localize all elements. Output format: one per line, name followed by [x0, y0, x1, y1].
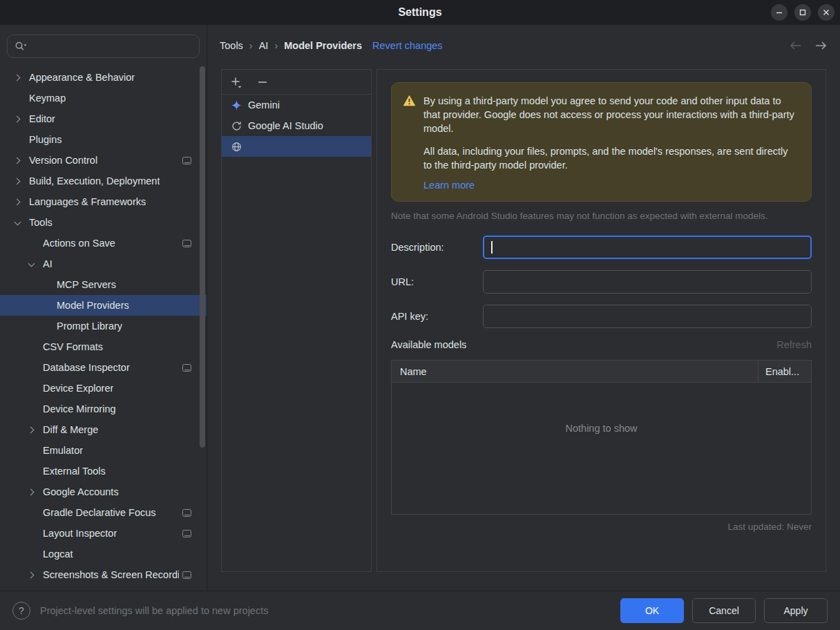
google-ai-studio-icon [231, 121, 242, 131]
settings-search[interactable] [7, 35, 200, 58]
api-key-input[interactable] [483, 305, 812, 328]
description-input[interactable] [483, 236, 812, 259]
api-key-label: API key: [391, 311, 483, 322]
maximize-button[interactable] [794, 4, 811, 21]
provider-list-toolbar [222, 70, 371, 95]
chevron-down-icon[interactable] [28, 261, 35, 268]
breadcrumb-separator: › [249, 40, 253, 51]
chevron-right-icon[interactable] [15, 178, 21, 185]
sidebar-item-layout-inspector[interactable]: Layout Inspector [0, 523, 207, 544]
ide-settings-icon [182, 530, 191, 537]
history-navigation [789, 41, 828, 50]
settings-content: Appearance & Behavior Keymap Editor Plug… [0, 25, 840, 591]
globe-icon [231, 142, 242, 152]
models-table-header: Name Enabl... [392, 361, 811, 383]
url-label: URL: [391, 276, 483, 287]
window-title: Settings [398, 6, 441, 19]
settings-window: Settings Appe [0, 0, 840, 630]
remove-icon [256, 76, 269, 88]
sidebar-item-version-control[interactable]: Version Control [0, 150, 207, 171]
sidebar-item-gradle-declarative-focus[interactable]: Gradle Declarative Focus [0, 502, 207, 523]
sidebar-item-diff-merge[interactable]: Diff & Merge [0, 419, 207, 440]
provider-form: Description: URL: API key: [391, 236, 812, 328]
models-table-empty-state: Nothing to show [392, 383, 811, 514]
provider-item-label: Google AI Studio [248, 120, 323, 131]
sidebar-scrollbar-thumb[interactable] [200, 66, 205, 448]
ok-button[interactable]: OK [620, 598, 684, 623]
footer-hint: Project-level settings will be applied t… [40, 605, 268, 616]
sidebar-item-prompt-library[interactable]: Prompt Library [0, 316, 207, 336]
chevron-down-icon[interactable] [15, 220, 21, 227]
apply-button[interactable]: Apply [764, 598, 828, 623]
description-label: Description: [391, 242, 483, 253]
provider-item-google-ai-studio[interactable]: Google AI Studio [222, 115, 371, 136]
back-button[interactable] [789, 41, 803, 50]
provider-form-panel: By using a third-party model you agree t… [376, 69, 826, 572]
sidebar-item-device-mirroring[interactable]: Device Mirroring [0, 399, 207, 419]
ide-settings-icon [182, 364, 191, 372]
available-models-row: Available models Refresh [391, 339, 812, 350]
ide-settings-icon [182, 571, 191, 579]
sidebar-item-editor[interactable]: Editor [0, 108, 207, 129]
external-models-note: Note that some Android Studio features m… [391, 211, 812, 221]
sidebar-item-google-accounts[interactable]: Google Accounts [0, 481, 207, 502]
titlebar: Settings [0, 0, 840, 25]
models-table: Name Enabl... Nothing to show [391, 360, 812, 515]
sidebar-item-external-tools[interactable]: External Tools [0, 461, 207, 481]
forward-arrow-icon [814, 41, 828, 50]
url-input[interactable] [483, 270, 812, 294]
sidebar-item-plugins[interactable]: Plugins [0, 129, 207, 150]
breadcrumb-tools[interactable]: Tools [220, 40, 243, 51]
chevron-right-icon[interactable] [28, 572, 35, 579]
minimize-button[interactable] [771, 4, 788, 21]
gemini-icon [231, 100, 242, 111]
close-button[interactable] [818, 4, 834, 21]
add-provider-button[interactable] [227, 73, 245, 91]
sidebar-item-device-explorer[interactable]: Device Explorer [0, 378, 207, 399]
breadcrumb-ai[interactable]: AI [259, 40, 269, 51]
chevron-right-icon[interactable] [15, 158, 21, 164]
sidebar-item-model-providers[interactable]: Model Providers [0, 295, 207, 316]
sidebar-item-actions-on-save[interactable]: Actions on Save [0, 233, 207, 254]
sidebar-item-build-execution-deployment[interactable]: Build, Execution, Deployment [0, 171, 207, 191]
cancel-button[interactable]: Cancel [692, 598, 756, 623]
chevron-right-icon[interactable] [28, 489, 35, 496]
minimize-icon [776, 9, 783, 16]
ide-settings-icon [182, 509, 191, 517]
help-icon[interactable] [12, 602, 30, 620]
revert-changes-link[interactable]: Revert changes [372, 40, 443, 51]
refresh-button[interactable]: Refresh [776, 339, 812, 350]
back-arrow-icon [789, 41, 803, 50]
text-cursor [491, 241, 493, 254]
settings-search-input[interactable] [32, 41, 192, 52]
sidebar-item-languages-frameworks[interactable]: Languages & Frameworks [0, 191, 207, 212]
provider-item-label: Gemini [248, 99, 280, 111]
window-controls [771, 4, 834, 21]
sidebar-item-tools[interactable]: Tools [0, 212, 207, 233]
sidebar-item-keymap[interactable]: Keymap [0, 88, 207, 108]
ide-settings-icon [182, 157, 191, 164]
remove-provider-button[interactable] [254, 73, 271, 91]
sidebar-item-ai[interactable]: AI [0, 254, 207, 274]
chevron-right-icon[interactable] [15, 75, 21, 82]
chevron-right-icon[interactable] [15, 116, 21, 123]
chevron-right-icon[interactable] [28, 427, 35, 434]
sidebar-item-screenshots-screen-recording[interactable]: Screenshots & Screen Recordi [0, 564, 207, 585]
column-header-enabled[interactable]: Enabl... [758, 361, 811, 382]
sidebar-item-logcat[interactable]: Logcat [0, 544, 207, 564]
sidebar-item-emulator[interactable]: Emulator [0, 440, 207, 461]
warning-paragraph-2: All data, including your files, prompts,… [423, 144, 797, 172]
sidebar-item-database-inspector[interactable]: Database Inspector [0, 357, 207, 378]
sidebar-item-mcp-servers[interactable]: MCP Servers [0, 274, 207, 295]
breadcrumb-separator: › [274, 40, 278, 51]
breadcrumb-model-providers: Model Providers [284, 40, 362, 51]
column-header-name[interactable]: Name [392, 361, 758, 382]
provider-item-new[interactable] [222, 136, 371, 157]
learn-more-link[interactable]: Learn more [423, 180, 475, 191]
third-party-warning-banner: By using a third-party model you agree t… [391, 82, 812, 202]
sidebar-item-appearance-behavior[interactable]: Appearance & Behavior [0, 67, 207, 88]
provider-item-gemini[interactable]: Gemini [222, 95, 371, 115]
forward-button[interactable] [814, 41, 828, 50]
sidebar-item-csv-formats[interactable]: CSV Formats [0, 336, 207, 357]
chevron-right-icon[interactable] [15, 199, 21, 206]
